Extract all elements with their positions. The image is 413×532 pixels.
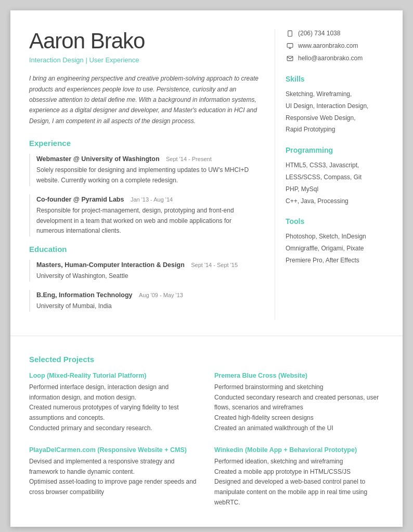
skill-2: UI Design, Interaction Design,	[286, 102, 368, 110]
project-item-1: Loop (Mixed-Reality Tutorial Platform) P…	[29, 372, 199, 434]
phone-icon	[286, 29, 294, 37]
right-column: (206) 734 1038 www.aaronbrako.com	[275, 29, 384, 320]
contact-list: (206) 734 1038 www.aaronbrako.com	[286, 29, 384, 62]
top-section: Aaron Brako Interaction Design | User Ex…	[10, 10, 403, 336]
programming-section-title: Programming	[286, 146, 384, 154]
bottom-section: Selected Projects Loop (Mixed-Reality Tu…	[10, 336, 403, 527]
contact-website: www.aaronbrako.com	[286, 42, 384, 50]
tool-3: Premiere Pro, After Effects	[286, 257, 359, 264]
education-item-1: Masters, Human-Computer Interaction & De…	[29, 260, 259, 282]
experience-item-1: Webmaster @ University of Washington Sep…	[29, 154, 259, 186]
experience-item-2: Co-founder @ Pyramid Labs Jan '13 - Aug …	[29, 194, 259, 236]
edu-date-1: Sept '14 - Sept '15	[191, 262, 238, 268]
left-column: Aaron Brako Interaction Design | User Ex…	[29, 29, 275, 320]
tool-2: Omnigraffle, Origami, Pixate	[286, 245, 364, 252]
website-value: www.aaronbrako.com	[298, 42, 358, 49]
skill-3: Responsive Web Design,	[286, 114, 356, 122]
skills-text: Sketching, Wireframing, UI Design, Inter…	[286, 88, 384, 136]
projects-grid: Loop (Mixed-Reality Tutorial Platform) P…	[29, 372, 384, 508]
skill-1: Sketching, Wireframing,	[286, 90, 352, 98]
edu-title-2: B.Eng, Information Technology	[36, 291, 133, 299]
project-desc-2: Performed brainstorming and sketching Co…	[214, 382, 384, 434]
experience-section-title: Experience	[29, 139, 259, 148]
education-section-title: Education	[29, 245, 259, 254]
project-title-4: Winkedin (Mobile App + Behavioral Protot…	[214, 446, 384, 454]
job-desc-1: Solely responsible for designing and imp…	[36, 165, 259, 186]
prog-4: C++, Java, Processing	[286, 197, 349, 205]
education-item-2: B.Eng, Information Technology Aug '09 - …	[29, 290, 259, 312]
edu-title-1: Masters, Human-Computer Interaction & De…	[36, 261, 185, 269]
contact-phone: (206) 734 1038	[286, 29, 384, 37]
phone-value: (206) 734 1038	[298, 30, 340, 37]
candidate-name: Aaron Brako	[29, 29, 259, 53]
project-title-2: Premera Blue Cross (Website)	[214, 372, 384, 379]
tools-text: Photoshop, Sketch, InDesign Omnigraffle,…	[286, 231, 384, 266]
email-icon	[286, 54, 294, 62]
edu-institution-1: University of Washington, Seattle	[36, 271, 259, 282]
project-item-2: Premera Blue Cross (Website) Performed b…	[214, 372, 384, 434]
email-value: hello@aaronbrako.com	[298, 55, 363, 62]
candidate-bio: I bring an engineering perspective and c…	[29, 73, 259, 126]
svg-rect-2	[287, 43, 293, 47]
resume-page: Aaron Brako Interaction Design | User Ex…	[10, 10, 403, 527]
prog-3: PHP, MySql	[286, 185, 318, 193]
job-date-2: Jan '13 - Aug '14	[131, 196, 173, 203]
prog-1: HTML5, CSS3, Javascript,	[286, 162, 359, 169]
job-date-1: Sept '14 - Present	[166, 156, 212, 162]
tool-1: Photoshop, Sketch, InDesign	[286, 233, 366, 240]
job-title-2: Co-founder @ Pyramid Labs	[36, 196, 124, 203]
candidate-subtitle: Interaction Design | User Experience	[29, 56, 259, 64]
project-desc-4: Performed ideation, sketching and wirefr…	[214, 457, 384, 508]
job-desc-2: Responsible for project-management, desi…	[36, 206, 259, 236]
edu-date-2: Aug '09 - May '13	[139, 292, 183, 298]
contact-email: hello@aaronbrako.com	[286, 54, 384, 62]
project-item-4: Winkedin (Mobile App + Behavioral Protot…	[214, 446, 384, 508]
project-desc-1: Performed interface design, interaction …	[29, 382, 199, 434]
project-title-1: Loop (Mixed-Reality Tutorial Platform)	[29, 372, 199, 379]
project-desc-3: Devised and implemented a responsive str…	[29, 457, 199, 498]
edu-institution-2: University of Mumbai, India	[36, 301, 259, 312]
programming-text: HTML5, CSS3, Javascript, LESS/SCSS, Comp…	[286, 159, 384, 207]
skills-section-title: Skills	[286, 75, 384, 83]
project-title-3: PlayaDelCarmen.com (Responsive Website +…	[29, 446, 199, 454]
monitor-icon	[286, 42, 294, 50]
projects-section-title: Selected Projects	[29, 355, 384, 364]
prog-2: LESS/SCSS, Compass, Git	[286, 174, 362, 181]
project-item-3: PlayaDelCarmen.com (Responsive Website +…	[29, 446, 199, 508]
skill-4: Rapid Prototyping	[286, 126, 335, 133]
job-title-1: Webmaster @ University of Washington	[36, 155, 160, 163]
tools-section-title: Tools	[286, 217, 384, 225]
svg-rect-0	[288, 31, 292, 36]
